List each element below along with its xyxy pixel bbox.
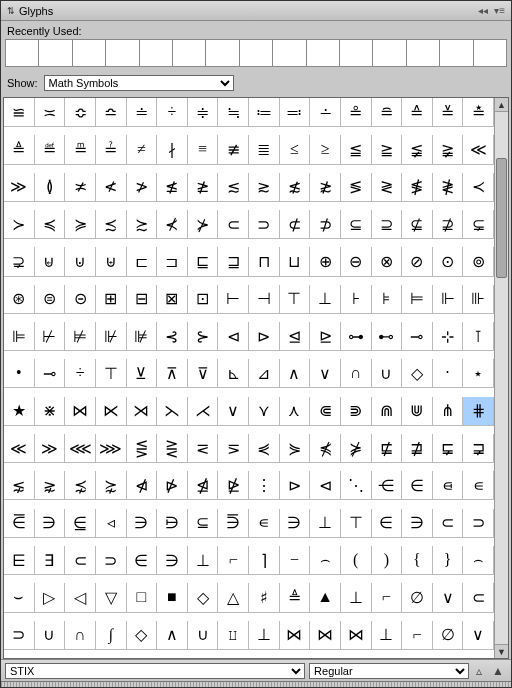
glyph-cell[interactable]: ⋎ bbox=[249, 397, 280, 426]
glyph-cell[interactable]: ∅ bbox=[433, 621, 464, 650]
glyph-cell[interactable]: ∃ bbox=[35, 546, 66, 575]
glyph-cell[interactable]: ⊎ bbox=[96, 247, 127, 276]
glyph-cell[interactable]: ⊆ bbox=[188, 509, 219, 538]
glyph-cell[interactable]: ⋌ bbox=[188, 397, 219, 426]
glyph-cell[interactable]: ⊥ bbox=[310, 509, 341, 538]
glyph-cell[interactable]: ⊝ bbox=[65, 285, 96, 314]
glyph-cell[interactable]: ∋ bbox=[35, 509, 66, 538]
glyph-cell[interactable]: ⌐ bbox=[372, 583, 403, 612]
glyph-cell[interactable]: ≪ bbox=[4, 434, 35, 463]
glyph-cell[interactable]: ⊛ bbox=[4, 285, 35, 314]
glyph-cell[interactable]: △ bbox=[218, 583, 249, 612]
glyph-cell[interactable]: } bbox=[433, 546, 464, 575]
menu-icon[interactable]: ▾≡ bbox=[494, 5, 505, 16]
glyph-cell[interactable]: ◇ bbox=[127, 621, 158, 650]
glyph-cell[interactable]: ⋆ bbox=[463, 359, 494, 388]
glyph-cell[interactable]: ≪ bbox=[463, 135, 494, 164]
glyph-cell[interactable]: ≫ bbox=[4, 173, 35, 202]
glyph-cell[interactable]: ∪ bbox=[35, 621, 66, 650]
glyph-cell[interactable]: ≞ bbox=[65, 135, 96, 164]
glyph-cell[interactable]: ≹ bbox=[433, 173, 464, 202]
glyph-cell[interactable]: ⋥ bbox=[463, 434, 494, 463]
glyph-cell[interactable]: ⊲ bbox=[310, 471, 341, 500]
glyph-cell[interactable]: ⋧ bbox=[35, 471, 66, 500]
glyph-cell[interactable]: ≌ bbox=[4, 98, 35, 127]
glyph-cell[interactable]: ⋏ bbox=[280, 397, 311, 426]
glyph-cell[interactable]: □ bbox=[127, 583, 158, 612]
glyph-cell[interactable]: ⊚ bbox=[463, 247, 494, 276]
glyph-cell[interactable]: ∤ bbox=[157, 135, 188, 164]
glyph-cell[interactable]: ⋋ bbox=[157, 397, 188, 426]
glyph-cell[interactable]: ≣ bbox=[249, 135, 280, 164]
glyph-cell[interactable]: ◃ bbox=[96, 509, 127, 538]
glyph-cell[interactable]: ⊉ bbox=[433, 210, 464, 239]
glyph-cell[interactable]: ⊟ bbox=[127, 285, 158, 314]
scroll-up-icon[interactable]: ▲ bbox=[495, 98, 508, 112]
glyph-cell[interactable]: ≭ bbox=[65, 173, 96, 202]
glyph-cell[interactable]: ∧ bbox=[280, 359, 311, 388]
glyph-cell[interactable]: ≸ bbox=[402, 173, 433, 202]
glyph-cell[interactable]: ≮ bbox=[96, 173, 127, 202]
glyph-cell[interactable]: ⊃ bbox=[463, 509, 494, 538]
recent-slot[interactable] bbox=[273, 39, 306, 67]
glyph-cell[interactable]: ⋊ bbox=[127, 397, 158, 426]
glyph-cell[interactable]: ⋣ bbox=[402, 434, 433, 463]
glyph-cell[interactable]: ⊽ bbox=[188, 359, 219, 388]
glyph-cell[interactable]: ⨿ bbox=[218, 621, 249, 650]
glyph-cell[interactable]: ⊲ bbox=[218, 322, 249, 351]
collapse-icon[interactable]: ◂◂ bbox=[478, 5, 488, 16]
zoom-in-icon[interactable]: ▲ bbox=[489, 664, 507, 678]
glyph-cell[interactable]: ∊ bbox=[463, 471, 494, 500]
glyph-cell[interactable]: ÷ bbox=[65, 359, 96, 388]
glyph-cell[interactable]: ⋽ bbox=[218, 509, 249, 538]
glyph-cell[interactable]: ⊋ bbox=[4, 247, 35, 276]
glyph-cell[interactable]: ⋢ bbox=[372, 434, 403, 463]
glyph-cell[interactable]: ≘ bbox=[372, 98, 403, 127]
glyph-cell[interactable]: ≝ bbox=[35, 135, 66, 164]
glyph-cell[interactable]: ≦ bbox=[341, 135, 372, 164]
glyph-cell[interactable]: ⋓ bbox=[402, 397, 433, 426]
recent-slot[interactable] bbox=[340, 39, 373, 67]
recent-slot[interactable] bbox=[140, 39, 173, 67]
glyph-cell[interactable]: ⊨ bbox=[402, 285, 433, 314]
glyph-cell[interactable]: ∨ bbox=[463, 621, 494, 650]
glyph-cell[interactable]: ∨ bbox=[310, 359, 341, 388]
glyph-cell[interactable]: ⊃ bbox=[96, 546, 127, 575]
glyph-cell[interactable]: ⊌ bbox=[35, 247, 66, 276]
glyph-cell[interactable]: ⊪ bbox=[463, 285, 494, 314]
font-select[interactable]: STIX bbox=[5, 663, 305, 679]
glyph-cell[interactable]: ≾ bbox=[96, 210, 127, 239]
glyph-cell[interactable]: ∩ bbox=[341, 359, 372, 388]
glyph-cell[interactable]: ⊥ bbox=[249, 621, 280, 650]
glyph-cell[interactable]: ⊢ bbox=[218, 285, 249, 314]
glyph-cell[interactable]: ⋤ bbox=[433, 434, 464, 463]
glyph-cell[interactable]: ⊊ bbox=[463, 210, 494, 239]
glyph-cell[interactable]: ⌢ bbox=[310, 546, 341, 575]
glyph-cell[interactable]: ⊄ bbox=[280, 210, 311, 239]
glyph-cell[interactable]: ⊡ bbox=[188, 285, 219, 314]
glyph-cell[interactable]: ⌣ bbox=[4, 583, 35, 612]
glyph-cell[interactable]: ⊳ bbox=[280, 471, 311, 500]
glyph-cell[interactable]: ⊤ bbox=[96, 359, 127, 388]
glyph-cell[interactable]: ÷ bbox=[157, 98, 188, 127]
glyph-cell[interactable]: ⊀ bbox=[157, 210, 188, 239]
glyph-cell[interactable]: ⋉ bbox=[96, 397, 127, 426]
glyph-cell[interactable]: ≺ bbox=[463, 173, 494, 202]
glyph-cell[interactable]: ⊈ bbox=[402, 210, 433, 239]
glyph-cell[interactable]: ⊓ bbox=[249, 247, 280, 276]
recent-slot[interactable] bbox=[106, 39, 139, 67]
glyph-cell[interactable]: ≷ bbox=[372, 173, 403, 202]
glyph-cell[interactable]: ≡ bbox=[188, 135, 219, 164]
glyph-cell[interactable]: ∋ bbox=[402, 509, 433, 538]
glyph-cell[interactable]: ≎ bbox=[65, 98, 96, 127]
glyph-cell[interactable]: ⋈ bbox=[341, 621, 372, 650]
glyph-cell[interactable]: ⊹ bbox=[433, 322, 464, 351]
glyph-cell[interactable]: ⌢ bbox=[463, 546, 494, 575]
glyph-cell[interactable]: ⊁ bbox=[188, 210, 219, 239]
glyph-cell[interactable]: ∊ bbox=[249, 509, 280, 538]
glyph-cell[interactable]: ⊇ bbox=[372, 210, 403, 239]
glyph-cell[interactable]: ⊷ bbox=[372, 322, 403, 351]
glyph-cell[interactable]: ≵ bbox=[310, 173, 341, 202]
glyph-cell[interactable]: ◇ bbox=[402, 359, 433, 388]
glyph-cell[interactable]: ⊒ bbox=[218, 247, 249, 276]
